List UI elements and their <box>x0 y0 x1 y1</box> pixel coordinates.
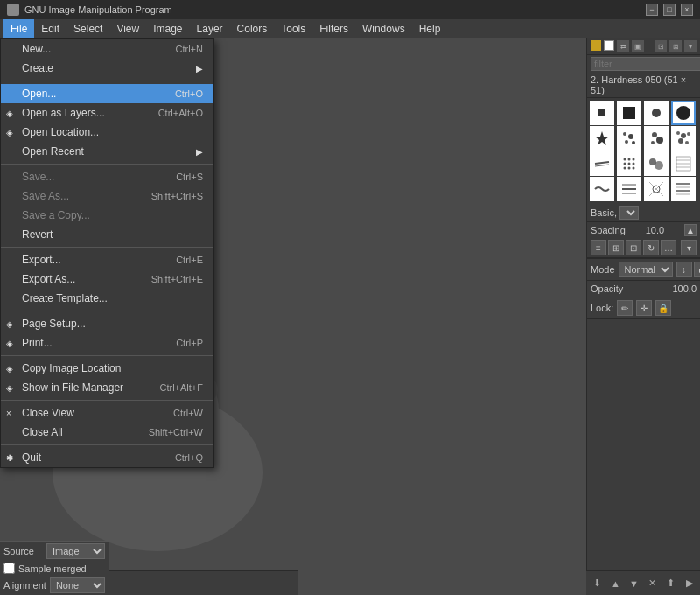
status-btn-4[interactable]: ✕ <box>645 576 660 592</box>
menu-item-open-recent[interactable]: Open Recent ▶ <box>1 142 214 161</box>
panel-collapse-icon[interactable]: ▾ <box>681 240 696 256</box>
brush-cell-2[interactable] <box>617 101 641 125</box>
separator-4 <box>1 311 214 312</box>
menu-item-save[interactable]: Save... Ctrl+S <box>1 167 214 186</box>
brush-cell-7[interactable] <box>644 126 668 150</box>
restore-button[interactable]: □ <box>663 4 676 16</box>
layers-toolbar: ≡ ⊞ ⊡ ↻ … ▾ <box>587 238 700 258</box>
menu-item-new[interactable]: New... Ctrl+N <box>1 39 214 59</box>
brush-action-2[interactable]: ⊠ <box>669 40 682 52</box>
filter-row: ▾ <box>587 55 700 73</box>
minimize-button[interactable]: − <box>646 4 658 16</box>
brush-cell-8[interactable] <box>671 126 696 150</box>
menu-item-page-setup[interactable]: ◈ Page Setup... <box>1 314 214 333</box>
menu-layer[interactable]: Layer <box>190 19 230 38</box>
brush-cell-6[interactable] <box>617 126 641 150</box>
menu-item-save-copy[interactable]: Save a Copy... <box>1 206 214 225</box>
brush-bg-icon[interactable] <box>604 40 614 51</box>
menu-item-show-manager[interactable]: ◈ Show in File Manager Ctrl+Alt+F <box>1 378 214 397</box>
spacing-spin-up[interactable]: ▲ <box>684 224 696 236</box>
menu-windows[interactable]: Windows <box>355 19 412 38</box>
menu-filters[interactable]: Filters <box>312 19 355 38</box>
menu-item-close-all[interactable]: Close All Shift+Ctrl+W <box>1 423 214 442</box>
mode-select[interactable]: Normal <box>619 262 673 277</box>
layer-panel-expand[interactable]: ▾ <box>681 240 696 256</box>
menu-item-export[interactable]: Export... Ctrl+E <box>1 250 214 270</box>
brush-filter-input[interactable] <box>591 57 700 71</box>
menu-item-close-view[interactable]: × Close View Ctrl+W <box>1 403 214 423</box>
lock-pos-icon[interactable]: ✛ <box>636 300 652 316</box>
layer-btn-1[interactable]: ≡ <box>591 240 606 256</box>
status-btn-6[interactable]: ▶ <box>682 576 696 592</box>
svg-point-31 <box>624 163 626 165</box>
brush-action-1[interactable]: ⊡ <box>654 40 667 52</box>
separator-6 <box>1 400 214 401</box>
layer-btn-2[interactable]: ⊞ <box>608 240 624 256</box>
svg-point-19 <box>656 136 663 144</box>
status-btn-2[interactable]: ▲ <box>608 576 623 592</box>
mode-icon-2[interactable]: ▸ <box>694 262 700 277</box>
sample-merged-row: Sample merged <box>0 561 108 576</box>
title-bar-controls[interactable]: − □ × <box>646 4 693 16</box>
status-btn-5[interactable]: ⬆ <box>663 576 678 592</box>
menu-edit[interactable]: Edit <box>34 19 66 38</box>
brush-color-icon[interactable] <box>591 40 601 51</box>
brush-cell-4[interactable] <box>671 101 696 125</box>
close-button[interactable]: × <box>681 4 693 16</box>
brush-cell-1[interactable] <box>590 101 614 125</box>
mode-row: Mode Normal ↕ ▸ <box>587 259 700 281</box>
svg-marker-13 <box>595 131 609 145</box>
menu-item-open-layers[interactable]: ◈ Open as Layers... Ctrl+Alt+O <box>1 103 214 122</box>
lock-row: Lock: ✏ ✛ 🔒 <box>587 298 700 319</box>
brush-cell-3[interactable] <box>644 101 668 125</box>
status-btn-3[interactable]: ▼ <box>626 576 641 592</box>
source-select[interactable]: Image <box>46 543 105 559</box>
menu-item-quit[interactable]: ✱ Quit Ctrl+Q <box>1 448 214 467</box>
lock-pen-icon[interactable]: ✏ <box>617 300 633 316</box>
menu-item-export-as[interactable]: Export As... Shift+Ctrl+E <box>1 270 214 289</box>
menu-item-print[interactable]: ◈ Print... Ctrl+P <box>1 333 214 353</box>
menu-item-save-as[interactable]: Save As... Shift+Ctrl+S <box>1 186 214 206</box>
brush-tool-icon[interactable]: ▣ <box>632 40 644 52</box>
quit-icon: ✱ <box>6 453 13 463</box>
status-btn-1[interactable]: ⬇ <box>590 576 605 592</box>
brush-cell-12[interactable] <box>671 151 696 176</box>
brush-cell-16[interactable] <box>671 177 696 201</box>
menu-colors[interactable]: Colors <box>230 19 275 38</box>
separator-3 <box>1 247 214 248</box>
menu-file[interactable]: File <box>4 19 34 38</box>
menu-view[interactable]: View <box>109 19 146 38</box>
brush-cell-9[interactable] <box>590 151 614 176</box>
mode-icon-1[interactable]: ↕ <box>676 262 692 277</box>
brush-cell-15[interactable] <box>644 177 668 201</box>
menu-image[interactable]: Image <box>146 19 189 38</box>
layer-btn-3[interactable]: ⊡ <box>626 240 641 256</box>
svg-rect-9 <box>598 109 606 116</box>
menu-item-revert[interactable]: Revert <box>1 225 214 244</box>
brush-action-3[interactable]: ▾ <box>684 40 696 52</box>
alignment-select[interactable]: None <box>50 578 105 593</box>
brush-cell-14[interactable] <box>617 177 641 201</box>
menu-tools[interactable]: Tools <box>274 19 312 38</box>
canvas-area: New... Ctrl+N Create ▶ Open... Ctrl+O ◈ … <box>0 38 586 595</box>
layer-btn-4[interactable]: ↻ <box>643 240 659 256</box>
layer-btn-5[interactable]: … <box>661 240 676 256</box>
brush-cell-11[interactable] <box>644 151 668 176</box>
sample-merged-checkbox[interactable] <box>4 563 15 574</box>
menu-item-create[interactable]: Create ▶ <box>1 59 214 78</box>
brush-swap-icon[interactable]: ⇄ <box>617 40 629 52</box>
lock-all-icon[interactable]: 🔒 <box>655 300 671 316</box>
brush-cell-13[interactable] <box>590 177 614 201</box>
svg-point-38 <box>654 161 663 170</box>
menu-item-open-location[interactable]: ◈ Open Location... <box>1 122 214 142</box>
brush-cell-10[interactable] <box>617 151 641 176</box>
menu-item-create-template[interactable]: Create Template... <box>1 289 214 308</box>
brush-preset-select[interactable] <box>620 206 639 220</box>
menu-item-open[interactable]: Open... Ctrl+O <box>1 84 214 103</box>
menu-help[interactable]: Help <box>412 19 448 38</box>
svg-line-26 <box>595 162 609 164</box>
menu-select[interactable]: Select <box>66 19 109 38</box>
menu-item-copy-location[interactable]: ◈ Copy Image Location <box>1 359 214 378</box>
brush-grid <box>587 98 700 204</box>
brush-cell-5[interactable] <box>590 126 614 150</box>
